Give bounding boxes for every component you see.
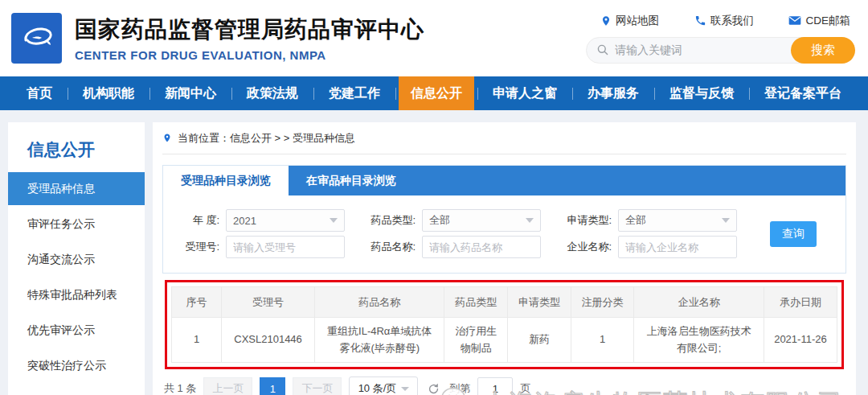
cde-logo-swirl (18, 19, 56, 58)
filter-input[interactable] (618, 236, 737, 258)
filter-select[interactable]: 全部 (422, 209, 541, 232)
filter-panel: 受理品种目录浏览在审品种目录浏览 年 度:2021药品类型:全部申请类型:全部 … (162, 165, 846, 274)
filter-group-2-3: 企业名称: (559, 236, 737, 258)
next-page-button[interactable]: 下一页 (293, 377, 342, 395)
filter-group-1-3: 申请类型:全部 (559, 209, 737, 232)
sidebar-item-4[interactable]: 特殊审批品种列表 (8, 278, 145, 311)
search-input[interactable] (615, 43, 768, 56)
nav-item-7[interactable]: 申请人之窗 (481, 76, 569, 110)
site-title-cn: 国家药品监督管理局药品审评中心 (75, 14, 424, 45)
nav-divider (572, 88, 573, 100)
location-pin-icon (600, 14, 612, 27)
filter-label: 药品名称: (362, 240, 416, 254)
nav-item-5[interactable]: 党建工作 (317, 76, 392, 110)
nav-item-8[interactable]: 办事服务 (575, 76, 651, 110)
filter-label: 年 度: (166, 213, 219, 228)
filter-input[interactable] (226, 236, 345, 258)
page-size-value: 10 条/页 (358, 381, 397, 395)
nav-divider (654, 88, 655, 100)
contact-link[interactable]: 联系我们 (694, 14, 754, 28)
cde-logo (11, 13, 62, 64)
filter-label: 申请类型: (559, 213, 612, 228)
contact-label: 联系我们 (710, 14, 754, 28)
breadcrumb: 当前位置：信息公开 > > 受理品种信息 (162, 122, 846, 154)
nav-item-9[interactable]: 监督与反馈 (657, 76, 746, 110)
main-nav: 首页机构职能新闻中心政策法规党建工作信息公开申请人之窗办事服务监督与反馈登记备案… (0, 76, 868, 110)
table-cell: 重组抗IL-4Rα单域抗体雾化液(毕赤酵母) (315, 318, 444, 363)
filter-select-value: 全部 (429, 213, 450, 228)
table-cell: 1 (571, 318, 634, 363)
filter-input[interactable] (422, 236, 541, 258)
sidebar-item-3[interactable]: 沟通交流公示 (8, 243, 145, 276)
search-bar: 搜索 (586, 37, 855, 64)
nav-item-4[interactable]: 政策法规 (235, 76, 310, 110)
mailbox-label: CDE邮箱 (805, 14, 850, 28)
mailbox-link[interactable]: CDE邮箱 (788, 14, 850, 28)
table-cell: 2021-11-26 (764, 318, 837, 363)
table-header-cell: 药品类型 (444, 287, 508, 318)
results-table: 序号受理号药品名称药品类型申请类型注册分类企业名称承办日期 1CXSL21014… (171, 286, 837, 363)
table-cell: 治疗用生物制品 (444, 318, 508, 363)
table-cell: 1 (172, 318, 222, 363)
sidebar-item-7[interactable]: 三合一序列公示 (8, 385, 145, 395)
total-count: 共 1 条 (164, 381, 196, 395)
filter-label: 受理号: (166, 240, 219, 254)
prev-page-button[interactable]: 上一页 (203, 377, 252, 395)
sidebar-item-5[interactable]: 优先审评公示 (8, 314, 145, 347)
chevron-down-icon (330, 218, 338, 223)
table-header-cell: 受理号 (222, 287, 315, 318)
content-panel: 当前位置：信息公开 > > 受理品种信息 受理品种目录浏览在审品种目录浏览 年 … (153, 122, 856, 395)
table-header-cell: 注册分类 (571, 287, 634, 318)
page-size-select[interactable]: 10 条/页 (349, 376, 418, 395)
filter-select[interactable]: 全部 (618, 209, 737, 232)
filter-group-2-1: 受理号: (166, 236, 345, 258)
chevron-down-icon (401, 387, 409, 391)
filters: 年 度:2021药品类型:全部申请类型:全部 受理号:药品名称:企业名称: 查询 (163, 195, 845, 273)
sidebar: 信息公开 受理品种信息审评任务公示沟通交流公示特殊审批品种列表优先审评公示突破性… (8, 122, 145, 395)
table-cell: CXSL2101446 (222, 318, 315, 363)
filter-label: 药品类型: (362, 213, 416, 228)
filter-select[interactable]: 2021 (226, 209, 345, 232)
query-button[interactable]: 查询 (770, 221, 817, 247)
nav-item-2[interactable]: 机构职能 (71, 76, 146, 110)
refresh-icon[interactable] (427, 382, 440, 395)
nav-divider (477, 88, 478, 100)
sidebar-item-1[interactable]: 受理品种信息 (8, 172, 145, 205)
nav-item-1[interactable]: 首页 (14, 76, 64, 110)
sidebar-item-6[interactable]: 突破性治疗公示 (8, 349, 145, 382)
pagination: 共 1 条 上一页 1 下一页 10 条/页 到第 页 (162, 376, 846, 395)
sitemap-label: 网站地图 (616, 14, 659, 28)
nav-divider (149, 88, 150, 100)
filter-select-value: 全部 (625, 213, 646, 228)
nav-divider (231, 88, 232, 100)
search-button[interactable]: 搜索 (791, 37, 855, 64)
search-icon (596, 43, 609, 56)
filter-group-1-2: 药品类型:全部 (362, 209, 541, 232)
nav-divider (749, 88, 750, 100)
page-number-button[interactable]: 1 (260, 377, 285, 395)
tab-2[interactable]: 在审品种目录浏览 (289, 166, 414, 195)
table-header-cell: 申请类型 (508, 287, 571, 318)
table-header-cell: 药品名称 (315, 287, 444, 318)
table-header-cell: 承办日期 (764, 287, 837, 318)
table-header-cell: 企业名称 (634, 287, 764, 318)
nav-item-6[interactable]: 信息公开 (399, 76, 474, 110)
nav-item-10[interactable]: 登记备案平台 (752, 76, 854, 110)
table-header-cell: 序号 (172, 287, 222, 318)
envelope-icon (788, 15, 801, 26)
filter-group-1-1: 年 度:2021 (166, 209, 345, 232)
annotation-red-box: 序号受理号药品名称药品类型申请类型注册分类企业名称承办日期 1CXSL21014… (165, 280, 844, 369)
goto-page-input[interactable] (477, 377, 513, 395)
nav-divider (68, 88, 68, 100)
breadcrumb-pin-icon (162, 132, 172, 144)
phone-icon (694, 14, 706, 27)
nav-item-3[interactable]: 新闻中心 (153, 76, 228, 110)
sidebar-item-2[interactable]: 审评任务公示 (8, 208, 145, 241)
nav-divider (313, 88, 314, 100)
goto-suffix: 页 (520, 381, 530, 395)
sitemap-link[interactable]: 网站地图 (600, 14, 659, 28)
tab-1[interactable]: 受理品种目录浏览 (163, 166, 289, 195)
table-row: 1CXSL2101446重组抗IL-4Rα单域抗体雾化液(毕赤酵母)治疗用生物制… (172, 318, 837, 363)
table-header-row: 序号受理号药品名称药品类型申请类型注册分类企业名称承办日期 (172, 287, 837, 318)
table-cell: 新药 (508, 318, 571, 363)
